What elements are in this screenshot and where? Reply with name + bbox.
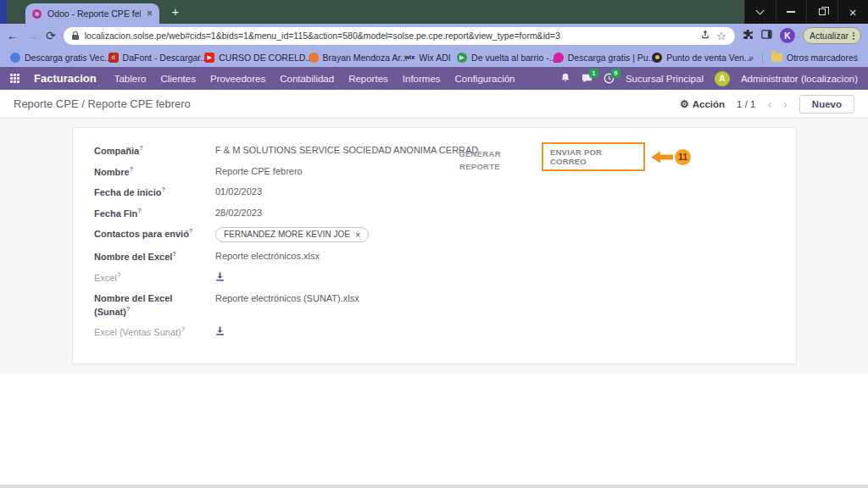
tab-close-icon[interactable]: × <box>147 8 153 19</box>
bookmark-item[interactable]: ▶ CURSO DE CORELD... <box>204 53 293 63</box>
pager-prev-icon[interactable]: ‹ <box>768 98 772 110</box>
extensions-puzzle-icon[interactable] <box>743 28 754 43</box>
dafont-icon: d <box>108 53 119 63</box>
menu-clientes[interactable]: Clientes <box>160 74 196 84</box>
menu-tablero[interactable]: Tablero <box>114 74 147 84</box>
contact-tag-label: FERNANDEZ MORE KEVIN JOE <box>224 229 350 241</box>
firefox-icon <box>309 53 319 63</box>
menu-contabilidad[interactable]: Contabilidad <box>280 74 334 84</box>
bookmarks-overflow-button[interactable]: » <box>748 53 754 63</box>
action-menu-button[interactable]: ⚙ Acción <box>680 98 725 110</box>
control-panel: Reporte CPE / Reporte CPE febrero ⚙ Acci… <box>0 90 868 119</box>
other-bookmarks-button[interactable]: Otros marcadores <box>771 53 858 63</box>
navbar-right: 1 9 Sucursal Principal A Administrator (… <box>560 71 858 86</box>
side-panel-icon[interactable] <box>761 28 772 43</box>
restore-button[interactable] <box>806 0 837 24</box>
browser-profile-avatar[interactable]: K <box>780 28 795 43</box>
user-avatar[interactable]: A <box>715 71 730 86</box>
field-value-nombre[interactable]: Reporte CPE febrero <box>215 165 303 178</box>
bookmark-star-icon[interactable]: ☆ <box>716 30 726 42</box>
url-text[interactable]: localizacion.solse.pe/web#cids=1&bids=1&… <box>85 30 695 41</box>
menu-configuracion[interactable]: Configuración <box>455 74 515 84</box>
bell-icon[interactable] <box>560 71 570 86</box>
contact-tag[interactable]: FERNANDEZ MORE KEVIN JOE × <box>215 227 369 242</box>
window-menu-button[interactable] <box>744 0 776 24</box>
bookmark-label: Descarga gratis | Pu... <box>568 53 656 63</box>
bottom-edge <box>0 485 868 488</box>
field-label: Nombre del Excel? <box>94 250 198 263</box>
share-icon[interactable] <box>700 28 710 43</box>
field-value-nombre-excel[interactable]: Reporte electrónicos.xlsx <box>215 250 320 263</box>
bookmark-label: Brayan Mendoza Ar... <box>323 53 408 63</box>
menu-proveedores[interactable]: Proveedores <box>210 74 265 84</box>
field-row-fecha-inicio: Fecha de inicio? 01/02/2023 <box>94 186 796 199</box>
activities-badge: 9 <box>611 69 620 78</box>
wix-icon: wix <box>404 53 415 63</box>
messages-button[interactable]: 1 <box>581 73 593 84</box>
bookmark-item[interactable]: ▶ De vuelta al barrio -... <box>457 53 539 63</box>
enviar-por-correo-button[interactable]: ENVIAR POR CORREO <box>542 142 645 171</box>
close-icon: × <box>849 6 857 19</box>
help-marker: ? <box>130 165 134 173</box>
refresh-button[interactable]: ⟳ <box>46 30 56 42</box>
menu-reportes[interactable]: Reportes <box>348 74 388 84</box>
chrome-update-button[interactable]: Actualizar <box>803 27 861 44</box>
bookmark-label: De vuelta al barrio -... <box>471 53 556 63</box>
url-bar[interactable]: localizacion.solse.pe/web#cids=1&bids=1&… <box>64 27 735 45</box>
bookmark-item[interactable]: d DaFont - Descargar... <box>108 53 191 63</box>
window-edge-accent <box>0 0 7 24</box>
field-row-contactos: Contactos para envió? FERNANDEZ MORE KEV… <box>94 227 796 242</box>
new-tab-button[interactable]: + <box>168 4 183 19</box>
help-marker: ? <box>117 271 120 279</box>
bookmarks-bar: Descarga gratis Vec... d DaFont - Descar… <box>0 47 868 67</box>
lock-icon <box>72 35 79 40</box>
activities-button[interactable]: 9 <box>604 73 615 84</box>
bookmark-item[interactable]: Punto de venta Ven... <box>652 53 734 63</box>
bookmark-item[interactable]: Brayan Mendoza Ar... <box>309 53 391 63</box>
vecteezy-icon <box>10 53 20 63</box>
help-marker: ? <box>172 250 176 258</box>
messages-badge: 1 <box>589 69 598 78</box>
bookmark-label: Descarga gratis Vec... <box>25 53 112 63</box>
bookmarks-right: » Otros marcadores <box>748 53 858 63</box>
branch-selector[interactable]: Sucursal Principal <box>626 74 704 84</box>
field-value-fecha-fin[interactable]: 28/02/2023 <box>215 207 262 219</box>
browser-tab[interactable]: Odoo - Reporte CPE febrero × <box>25 3 159 24</box>
back-button[interactable]: ← <box>7 30 19 42</box>
breadcrumb[interactable]: Reporte CPE / Reporte CPE febrero <box>14 97 191 110</box>
menu-informes[interactable]: Informes <box>403 74 441 84</box>
bookmark-item[interactable]: Descarga gratis | Pu... <box>554 53 637 63</box>
control-panel-right: ⚙ Acción 1 / 1 ‹ › Nuevo <box>680 95 854 114</box>
user-menu[interactable]: Administrator (localizacion) <box>741 74 858 84</box>
minimize-button[interactable] <box>776 0 807 24</box>
bookmark-label: CURSO DE CORELD... <box>219 53 313 63</box>
field-value-compania[interactable]: F & M SOLUTIONS SERVICE SOCIEDAD ANONIMA… <box>215 144 478 157</box>
generar-line2: REPORTE <box>450 161 509 174</box>
help-marker: ? <box>189 227 193 235</box>
kebab-menu-icon[interactable] <box>853 32 854 40</box>
play-icon: ▶ <box>457 53 467 63</box>
forward-button[interactable]: → <box>26 30 38 42</box>
pager-count: 1 / 1 <box>737 99 755 109</box>
bookmark-item[interactable]: wix Wix ADI <box>404 53 442 63</box>
pos-icon <box>652 53 662 63</box>
divider <box>762 53 763 63</box>
app-name[interactable]: Facturacion <box>34 72 97 85</box>
odoo-navbar: Facturacion Tablero Clientes Proveedores… <box>0 67 868 90</box>
field-value-fecha-inicio[interactable]: 01/02/2023 <box>215 186 262 198</box>
folder-icon <box>771 53 782 62</box>
apps-grid-icon[interactable] <box>10 74 19 83</box>
generar-reporte-button[interactable]: GENERAR REPORTE <box>450 148 509 173</box>
form-view-background: Compañia? F & M SOLUTIONS SERVICE SOCIED… <box>0 119 868 374</box>
download-icon[interactable] <box>215 326 225 339</box>
restore-icon <box>819 8 826 15</box>
empty-area <box>0 374 868 488</box>
bookmark-item[interactable]: Descarga gratis Vec... <box>10 53 94 63</box>
tag-remove-icon[interactable]: × <box>355 230 360 240</box>
field-label: Nombre del Excel (Sunat)? <box>94 292 198 318</box>
new-record-button[interactable]: Nuevo <box>799 95 854 114</box>
close-button[interactable]: × <box>837 0 868 24</box>
field-value-nombre-excel-sunat[interactable]: Reporte electrónicos (SUNAT).xlsx <box>215 292 359 305</box>
pager-next-icon[interactable]: › <box>783 98 787 110</box>
download-icon[interactable] <box>215 272 225 285</box>
